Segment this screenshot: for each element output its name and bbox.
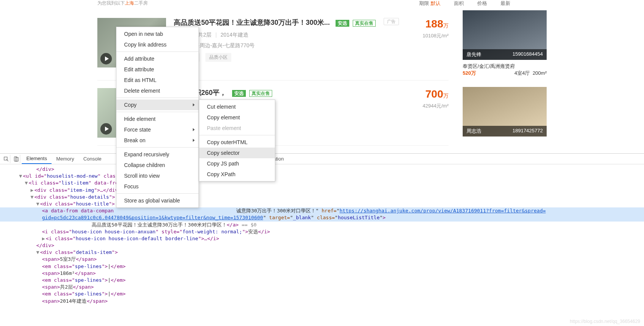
breadcrumb-suffix: 二手房 (134, 0, 148, 6)
menu-copy-link[interactable]: Copy link address (116, 39, 199, 50)
menu-add-attr[interactable]: Add attribute (116, 53, 199, 64)
chevron-right-icon (193, 139, 195, 142)
sidebar-area: 奉贤区/金汇/禹洲雍贤府 (463, 63, 547, 70)
sidebar-thumbnail[interactable]: 周志浩 18917425772 (463, 87, 547, 137)
location-row: 御墅 上海周边-嘉兴-七星路770号 (174, 42, 399, 49)
sidebar-card[interactable]: 周志浩 18917425772 (463, 87, 547, 137)
house-title: 高品质送50平花园！业主诚意降30万出手！300米... 安选 真实在售 广告 (174, 18, 399, 27)
breadcrumb-prefix: 为您我到以下 (97, 0, 125, 6)
menu-open-tab[interactable]: Open in new tab (116, 29, 199, 39)
play-icon[interactable] (100, 123, 112, 135)
price-unit: 万 (443, 22, 449, 29)
submenu-outer-html[interactable]: Copy outerHTML (199, 137, 275, 146)
chevron-right-icon (193, 103, 195, 106)
details-row: 186m²|共2层|2014年建造 (174, 32, 399, 39)
menu-break-on[interactable]: Break on (116, 135, 199, 146)
badge-anxuan: 安选 (232, 90, 246, 97)
menu-edit-html[interactable]: Edit as HTML (116, 75, 199, 85)
sidebar-info: 奉贤区/金汇/禹洲雍贤府 520万 4室4厅 200m² (463, 60, 547, 81)
price-unit: 万 (443, 93, 449, 99)
menu-hide[interactable]: Hide element (116, 114, 199, 124)
filter-newest[interactable]: 最新 (500, 0, 510, 7)
sidebar-price: 520万 (463, 70, 476, 77)
unit-price: 10108元/m² (399, 32, 449, 39)
price-value: 188 (425, 18, 443, 30)
breadcrumb-highlight: 上海 (125, 0, 134, 6)
price-value: 700 (425, 88, 443, 100)
badge-real: 真实在售 (353, 20, 376, 27)
submenu-copy-el[interactable]: Copy element (199, 112, 275, 123)
badge-anxuan: 安选 (336, 20, 349, 27)
built-value: 2014年建造 (221, 32, 249, 38)
house-details: 高品质送50平花园！业主诚意降30万出手！300米... 安选 真实在售 广告 … (174, 18, 399, 72)
filter-bar: 期限 默认 面积 价格 最新 (419, 0, 510, 7)
sidebar-thumbnail[interactable]: 唐先锋 15901684454 (463, 10, 547, 60)
unit-price: 42944元/m² (399, 103, 449, 109)
price-block: 700万 42944元/m² (399, 88, 449, 138)
floors-value: 共2层 (198, 32, 211, 38)
menu-copy[interactable]: Copy (116, 100, 199, 110)
agent-name: 唐先锋 (466, 51, 481, 58)
tags-row: 繁华地段 品质小区 (174, 53, 399, 62)
agent-phone: 18917425772 (512, 128, 543, 135)
tag: 品质小区 (205, 53, 231, 62)
title-text[interactable]: 高品质送50平花园！业主诚意降30万出手！300米... (174, 19, 330, 26)
img-overlay: 唐先锋 15901684454 (463, 49, 547, 60)
chevron-right-icon (193, 128, 195, 131)
menu-edit-attr[interactable]: Edit attribute (116, 64, 199, 75)
house-title: 使用面积260平， 安选 真实在售 (174, 88, 399, 97)
ad-badge: 广告 (384, 18, 399, 25)
badge-real: 真实在售 (249, 90, 272, 97)
img-overlay: 周志浩 18917425772 (463, 126, 547, 137)
sidebar: 唐先锋 15901684454 奉贤区/金汇/禹洲雍贤府 520万 4室4厅 2… (463, 10, 547, 142)
menu-copy-label: Copy (124, 102, 137, 108)
filter-value-active[interactable]: 默认 (431, 0, 441, 6)
menu-delete[interactable]: Delete element (116, 85, 199, 96)
filter-area[interactable]: 面积 (454, 0, 464, 7)
filter-price[interactable]: 价格 (477, 0, 487, 7)
context-submenu-copy: Cut element Copy element Paste element C… (199, 100, 275, 146)
filter-label: 期限 (419, 0, 429, 6)
sidebar-size: 200m² (533, 70, 547, 76)
play-icon[interactable] (100, 53, 112, 64)
menu-force-state[interactable]: Force state (116, 124, 199, 135)
sidebar-rooms: 4室4厅 (514, 70, 529, 76)
agent-phone: 15901684454 (512, 51, 543, 58)
menu-break-label: Break on (124, 137, 145, 143)
sidebar-card[interactable]: 唐先锋 15901684454 奉贤区/金汇/禹洲雍贤府 520万 4室4厅 2… (463, 10, 547, 81)
shield-row: 平 (174, 66, 399, 72)
submenu-paste: Paste element (199, 123, 275, 133)
menu-force-label: Force state (124, 127, 151, 133)
context-menu: Open in new tab Copy link address Add at… (116, 27, 199, 146)
agent-name: 周志浩 (466, 128, 481, 135)
submenu-cut[interactable]: Cut element (199, 101, 275, 112)
price-block: 188万 10108元/m² (399, 18, 449, 72)
